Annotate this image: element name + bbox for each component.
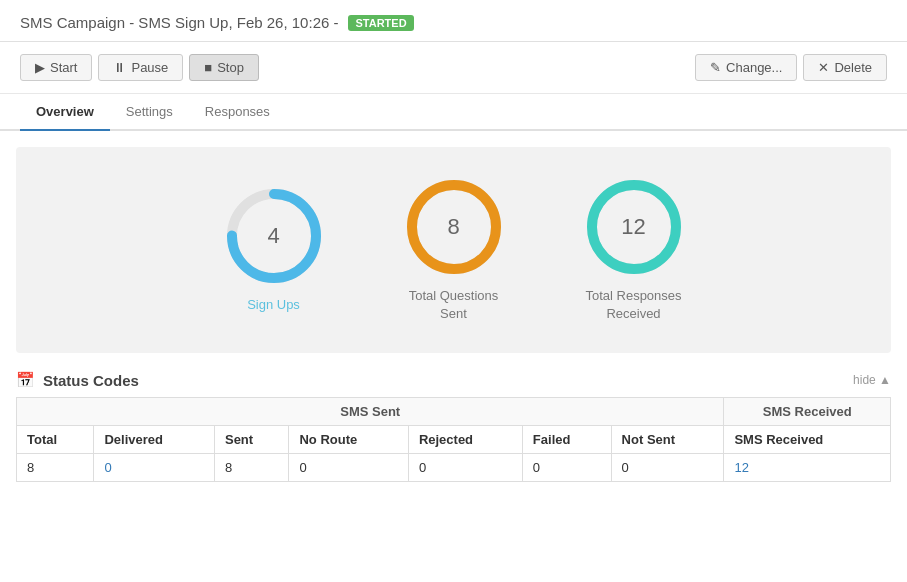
delete-icon: ✕ [818, 60, 829, 75]
cell-no-route: 0 [289, 454, 408, 482]
change-button[interactable]: ✎ Change... [695, 54, 797, 81]
section-header: 📅 Status Codes hide ▲ [16, 371, 891, 389]
stat-questions: 8 Total QuestionsSent [404, 177, 504, 323]
start-label: Start [50, 60, 77, 75]
toolbar-right: ✎ Change... ✕ Delete [695, 54, 887, 81]
sms-sent-header: SMS Sent [17, 398, 724, 426]
stat-signups: 4 Sign Ups [224, 186, 324, 314]
circle-questions: 8 [404, 177, 504, 277]
col-failed: Failed [522, 426, 611, 454]
stat-signups-value: 4 [267, 223, 279, 249]
stat-questions-value: 8 [447, 214, 459, 240]
col-not-sent: Not Sent [611, 426, 724, 454]
section-title-text: Status Codes [43, 372, 139, 389]
col-rejected: Rejected [408, 426, 522, 454]
hide-link[interactable]: hide ▲ [853, 373, 891, 387]
status-codes-section: 📅 Status Codes hide ▲ SMS Sent SMS Recei… [16, 371, 891, 482]
toolbar-left: ▶ Start ⏸ Pause ■ Stop [20, 54, 259, 81]
stat-responses-value: 12 [621, 214, 645, 240]
stop-label: Stop [217, 60, 244, 75]
stat-responses: 12 Total ResponsesReceived [584, 177, 684, 323]
page-title: SMS Campaign - SMS Sign Up, Feb 26, 10:2… [20, 14, 338, 31]
col-sms-received: SMS Received [724, 426, 891, 454]
circle-signups: 4 [224, 186, 324, 286]
stop-button[interactable]: ■ Stop [189, 54, 259, 81]
tab-overview[interactable]: Overview [20, 94, 110, 131]
start-button[interactable]: ▶ Start [20, 54, 92, 81]
pause-label: Pause [131, 60, 168, 75]
pause-icon: ⏸ [113, 60, 126, 75]
cell-not-sent: 0 [611, 454, 724, 482]
col-no-route: No Route [289, 426, 408, 454]
status-table: SMS Sent SMS Received Total Delivered Se… [16, 397, 891, 482]
section-title-area: 📅 Status Codes [16, 371, 139, 389]
circle-responses: 12 [584, 177, 684, 277]
table-group-header-row: SMS Sent SMS Received [17, 398, 891, 426]
tab-bar: Overview Settings Responses [0, 94, 907, 131]
overview-panel: 4 Sign Ups 8 Total QuestionsSent 12 Tota… [16, 147, 891, 353]
table-row: 8 0 8 0 0 0 0 12 [17, 454, 891, 482]
cell-sent: 8 [214, 454, 289, 482]
delete-label: Delete [834, 60, 872, 75]
cell-total: 8 [17, 454, 94, 482]
tab-responses[interactable]: Responses [189, 94, 286, 131]
cell-delivered: 0 [94, 454, 215, 482]
calendar-icon: 📅 [16, 371, 35, 389]
page-header: SMS Campaign - SMS Sign Up, Feb 26, 10:2… [0, 0, 907, 42]
change-label: Change... [726, 60, 782, 75]
play-icon: ▶ [35, 60, 45, 75]
stat-responses-label: Total ResponsesReceived [585, 287, 681, 323]
cell-rejected: 0 [408, 454, 522, 482]
col-delivered: Delivered [94, 426, 215, 454]
toolbar: ▶ Start ⏸ Pause ■ Stop ✎ Change... ✕ Del… [0, 42, 907, 94]
stop-icon: ■ [204, 60, 212, 75]
cell-failed: 0 [522, 454, 611, 482]
stat-questions-label: Total QuestionsSent [409, 287, 499, 323]
stat-signups-label: Sign Ups [247, 296, 300, 314]
col-total: Total [17, 426, 94, 454]
delete-button[interactable]: ✕ Delete [803, 54, 887, 81]
table-column-header-row: Total Delivered Sent No Route Rejected F… [17, 426, 891, 454]
edit-icon: ✎ [710, 60, 721, 75]
cell-sms-received: 12 [724, 454, 891, 482]
tab-settings[interactable]: Settings [110, 94, 189, 131]
pause-button[interactable]: ⏸ Pause [98, 54, 183, 81]
sms-received-header: SMS Received [724, 398, 891, 426]
col-sent: Sent [214, 426, 289, 454]
status-badge: STARTED [348, 15, 413, 31]
